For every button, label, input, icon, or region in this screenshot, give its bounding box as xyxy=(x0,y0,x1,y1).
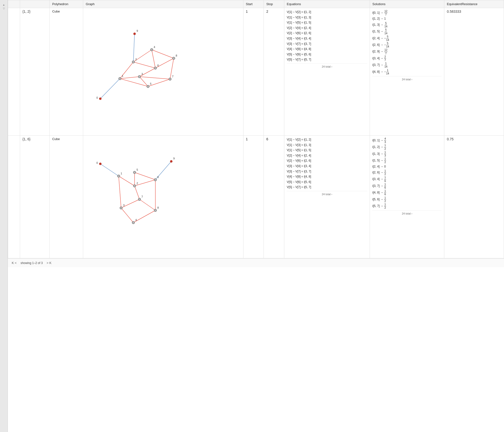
cell-index xyxy=(8,136,20,258)
solutions-more[interactable]: 24 total › xyxy=(372,210,442,216)
footer-bar: K < showing 1–2 of 3 > K xyxy=(8,258,504,267)
main-content: Polyhedron Graph Start Stop Equations So… xyxy=(8,0,504,432)
equation-row: V[3] − V[7] = i[3, 7] xyxy=(287,41,367,47)
solution-row: i[1, 2] → 12 xyxy=(372,144,442,150)
svg-line-41 xyxy=(119,176,121,208)
svg-point-62 xyxy=(154,179,157,181)
equation-row: V[1] − V[3] = i[1, 3] xyxy=(287,15,367,20)
svg-point-19 xyxy=(119,77,121,80)
equation-row: V[5] − V[6] = i[5, 6] xyxy=(287,52,367,57)
svg-line-14 xyxy=(100,79,120,99)
nav-next-button[interactable]: > K xyxy=(46,261,53,265)
svg-line-12 xyxy=(139,77,170,79)
cell-index xyxy=(8,8,20,136)
cell-solutions: i[0, 1] → 127i[1, 2] → 1i[1, 3] → 514i[1… xyxy=(370,8,444,136)
svg-text:5: 5 xyxy=(150,82,151,85)
solution-row: i[4, 8] → 16 xyxy=(372,189,442,196)
stop-value: 6 xyxy=(266,137,268,141)
footer-nav: K < xyxy=(11,261,18,265)
start-value: 1 xyxy=(246,10,248,13)
equation-row: V[3] − V[4] = i[3, 4] xyxy=(287,164,367,169)
cell-equations: V[1] − V[2] = i[1, 2]V[1] − V[3] = i[1, … xyxy=(284,136,370,258)
col-header-set xyxy=(20,0,50,8)
solutions-more[interactable]: 24 total › xyxy=(372,76,442,82)
equation-row: V[5] − V[7] = i[5, 7] xyxy=(287,57,367,62)
col-header-index xyxy=(8,0,20,8)
svg-point-29 xyxy=(154,67,157,69)
solution-row: i[3, 4] → 16 xyxy=(372,176,442,182)
solution-row: i[4, 8] → −114 xyxy=(372,69,442,75)
nav-first-button[interactable]: K < xyxy=(11,261,18,265)
equation-row: V[5] − V[6] = i[5, 6] xyxy=(287,180,367,185)
sidebar-arrow-down: ▽ xyxy=(3,7,5,10)
footer-nav-right: > K xyxy=(46,261,53,265)
svg-text:3: 3 xyxy=(123,204,125,207)
equations-more[interactable]: 24 total › xyxy=(287,63,367,69)
svg-point-21 xyxy=(132,61,135,63)
svg-point-33 xyxy=(172,57,175,60)
equations-more[interactable]: 24 total › xyxy=(287,191,367,197)
svg-line-11 xyxy=(139,77,148,86)
start-value: 1 xyxy=(246,137,248,141)
svg-text:7: 7 xyxy=(172,75,173,78)
svg-text:8: 8 xyxy=(176,54,177,57)
svg-line-6 xyxy=(133,62,155,68)
cell-equiv-resistance: 0.75 xyxy=(444,136,504,258)
col-header-equiv: EquivalentResistance xyxy=(444,0,504,8)
cell-stop: 6 xyxy=(264,136,284,258)
svg-point-54 xyxy=(133,185,136,187)
svg-line-46 xyxy=(100,164,119,176)
set-label: {1, 6} xyxy=(23,137,31,141)
sidebar-arrow-up: ▲ xyxy=(3,3,5,6)
svg-point-64 xyxy=(138,198,141,201)
main-table: Polyhedron Graph Start Stop Equations So… xyxy=(8,0,504,258)
cell-set: {1, 2} xyxy=(20,8,50,136)
svg-text:9: 9 xyxy=(137,29,138,32)
svg-text:1: 1 xyxy=(121,172,122,175)
cell-graph: 0912345678 xyxy=(83,8,243,136)
solution-row: i[1, 5] → 514 xyxy=(372,28,442,35)
equation-row: V[2] − V[6] = i[2, 6] xyxy=(287,31,367,36)
svg-line-2 xyxy=(152,50,174,58)
col-header-stop: Stop xyxy=(264,0,284,8)
col-header-polyhedron: Polyhedron xyxy=(50,0,83,8)
solution-row: i[2, 4] → −514 xyxy=(372,35,442,42)
stop-value: 2 xyxy=(266,10,268,13)
cell-equiv-resistance: 0.583333 xyxy=(444,8,504,136)
table-row: {1, 2}Cube091234567812V[1] − V[2] = i[1,… xyxy=(8,8,504,136)
svg-point-52 xyxy=(117,175,120,177)
cell-polyhedron: Cube xyxy=(50,136,83,258)
solution-row: i[2, 4] → 0 xyxy=(372,164,442,169)
cell-start: 1 xyxy=(243,136,264,258)
svg-text:0: 0 xyxy=(96,161,98,164)
equiv-value: 0.75 xyxy=(447,137,453,141)
svg-point-17 xyxy=(133,33,136,35)
svg-text:8: 8 xyxy=(157,206,159,209)
table-row: {1, 6}Cube091234567816V[1] − V[2] = i[1,… xyxy=(8,136,504,258)
solution-row: i[5, 6] → 12 xyxy=(372,196,442,203)
svg-text:0: 0 xyxy=(96,96,98,99)
equation-row: V[1] − V[2] = i[1, 2] xyxy=(287,10,367,15)
svg-line-35 xyxy=(119,176,135,186)
solution-row: i[0, 1] → 127 xyxy=(372,10,442,16)
equation-row: V[3] − V[7] = i[3, 7] xyxy=(287,169,367,174)
svg-line-39 xyxy=(135,186,139,199)
cell-graph: 0912345678 xyxy=(83,136,243,258)
solution-row: i[2, 9] → 127 xyxy=(372,48,442,55)
cell-equations: V[1] − V[2] = i[1, 2]V[1] − V[3] = i[1, … xyxy=(284,8,370,136)
equation-row: V[2] − V[4] = i[2, 4] xyxy=(287,153,367,158)
equation-row: V[3] − V[4] = i[3, 4] xyxy=(287,36,367,41)
equation-row: V[4] − V[8] = i[4, 8] xyxy=(287,47,367,52)
solution-row: i[2, 6] → −514 xyxy=(372,42,442,48)
equation-row: V[1] − V[3] = i[1, 3] xyxy=(287,143,367,148)
svg-text:2: 2 xyxy=(137,182,138,185)
svg-line-42 xyxy=(139,199,155,210)
equation-row: V[1] − V[5] = i[1, 5] xyxy=(287,148,367,153)
svg-line-44 xyxy=(121,208,133,223)
svg-text:6: 6 xyxy=(157,64,159,67)
svg-text:4: 4 xyxy=(135,218,137,221)
svg-line-5 xyxy=(120,79,148,86)
svg-line-9 xyxy=(152,50,155,68)
equation-row: V[4] − V[8] = i[4, 8] xyxy=(287,174,367,180)
solution-row: i[1, 3] → 514 xyxy=(372,22,442,28)
